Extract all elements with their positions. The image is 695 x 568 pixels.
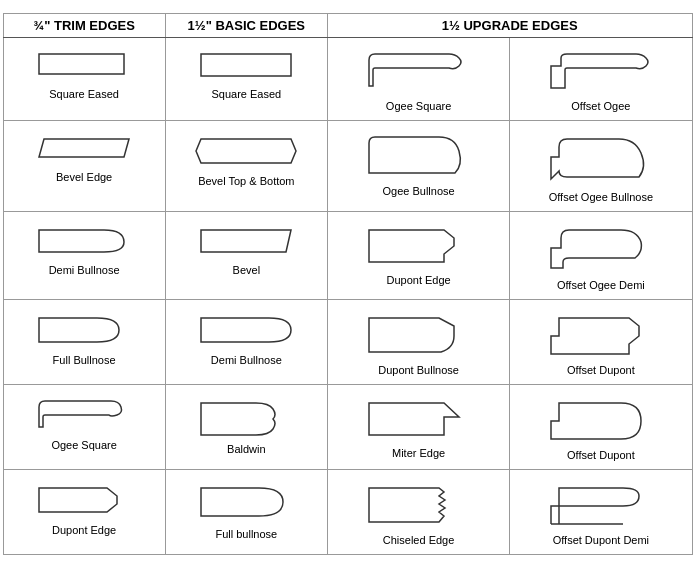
svg-marker-4 <box>201 230 291 252</box>
upgrade-dupont-bullnose: Dupont Bullnose <box>334 304 503 380</box>
trim-ogee-square: Ogee Square <box>10 389 159 455</box>
trim-full-bullnose-label: Full Bullnose <box>53 354 116 366</box>
basic-square-eased: Square Eased <box>172 42 321 104</box>
basic-square-eased-label: Square Eased <box>211 88 281 100</box>
upgrade-offset-dupont-demi-label: Offset Dupont Demi <box>553 534 649 546</box>
upgrade-dupont-edge: Dupont Edge <box>334 216 503 290</box>
svg-marker-3 <box>196 139 296 163</box>
trim-dupont-edge: Dupont Edge <box>10 474 159 540</box>
upgrade-ogee-bullnose-label: Ogee Bullnose <box>382 185 454 197</box>
upgrade-offset-dupont-2-label: Offset Dupont <box>567 449 635 461</box>
upgrade-ogee-square-label: Ogee Square <box>386 100 451 112</box>
upgrade-ogee-square: Ogee Square <box>334 42 503 116</box>
upgrade-offset-dupont-label: Offset Dupont <box>567 364 635 376</box>
table-row: Square Eased Square Eased Ogee Squa <box>3 38 692 121</box>
header-trim: ¾" TRIM EDGES <box>3 14 165 38</box>
trim-square-eased-label: Square Eased <box>49 88 119 100</box>
upgrade-offset-ogee-demi: Offset Ogee Demi <box>516 216 685 295</box>
basic-bevel-top-bottom: Bevel Top & Bottom <box>172 125 321 191</box>
upgrade-dupont-bullnose-label: Dupont Bullnose <box>378 364 459 376</box>
upgrade-offset-dupont-2: Offset Dupont <box>516 389 685 465</box>
svg-rect-1 <box>201 54 291 76</box>
table-row: Demi Bullnose Bevel Dupo <box>3 212 692 300</box>
upgrade-dupont-edge-label: Dupont Edge <box>386 274 450 286</box>
table-row: Bevel Edge Bevel Top & Bottom <box>3 121 692 212</box>
svg-rect-0 <box>39 54 124 74</box>
upgrade-chiseled-edge: Chiseled Edge <box>334 474 503 550</box>
basic-bevel: Bevel <box>172 216 321 280</box>
upgrade-offset-ogee: Offset Ogee <box>516 42 685 116</box>
upgrade-offset-ogee-bullnose: Offset Ogee Bullnose <box>516 125 685 207</box>
trim-bevel-edge: Bevel Edge <box>10 125 159 187</box>
basic-full-bullnose: Full bullnose <box>172 474 321 544</box>
basic-full-bullnose-label: Full bullnose <box>215 528 277 540</box>
upgrade-miter-edge: Miter Edge <box>334 389 503 463</box>
basic-demi-bullnose-label: Demi Bullnose <box>211 354 282 366</box>
basic-demi-bullnose: Demi Bullnose <box>172 304 321 370</box>
upgrade-ogee-bullnose: Ogee Bullnose <box>334 125 503 201</box>
trim-demi-bullnose: Demi Bullnose <box>10 216 159 280</box>
upgrade-offset-ogee-demi-label: Offset Ogee Demi <box>557 279 645 291</box>
basic-baldwin-label: Baldwin <box>227 443 266 455</box>
header-upgrade: 1½ UPGRADE EDGES <box>327 14 692 38</box>
upgrade-offset-dupont: Offset Dupont <box>516 304 685 380</box>
upgrade-offset-dupont-demi: Offset Dupont Demi <box>516 474 685 550</box>
upgrade-miter-edge-label: Miter Edge <box>392 447 445 459</box>
trim-demi-bullnose-label: Demi Bullnose <box>49 264 120 276</box>
trim-dupont-edge-label: Dupont Edge <box>52 524 116 536</box>
trim-bevel-edge-label: Bevel Edge <box>56 171 112 183</box>
header-basic: 1½" BASIC EDGES <box>165 14 327 38</box>
table-row: Dupont Edge Full bullnose <box>3 470 692 555</box>
upgrade-chiseled-edge-label: Chiseled Edge <box>383 534 455 546</box>
upgrade-offset-ogee-label: Offset Ogee <box>571 100 630 112</box>
trim-full-bullnose: Full Bullnose <box>10 304 159 370</box>
table-row: Ogee Square Baldwin Mite <box>3 385 692 470</box>
trim-ogee-square-label: Ogee Square <box>51 439 116 451</box>
upgrade-offset-ogee-bullnose-label: Offset Ogee Bullnose <box>549 191 653 203</box>
basic-bevel-label: Bevel <box>233 264 261 276</box>
basic-bevel-top-bottom-label: Bevel Top & Bottom <box>198 175 294 187</box>
svg-marker-2 <box>39 139 129 157</box>
table-row: Full Bullnose Demi Bullnose <box>3 300 692 385</box>
trim-square-eased: Square Eased <box>10 42 159 104</box>
edge-profiles-table: ¾" TRIM EDGES 1½" BASIC EDGES 1½ UPGRADE… <box>3 13 693 555</box>
basic-baldwin: Baldwin <box>172 389 321 459</box>
